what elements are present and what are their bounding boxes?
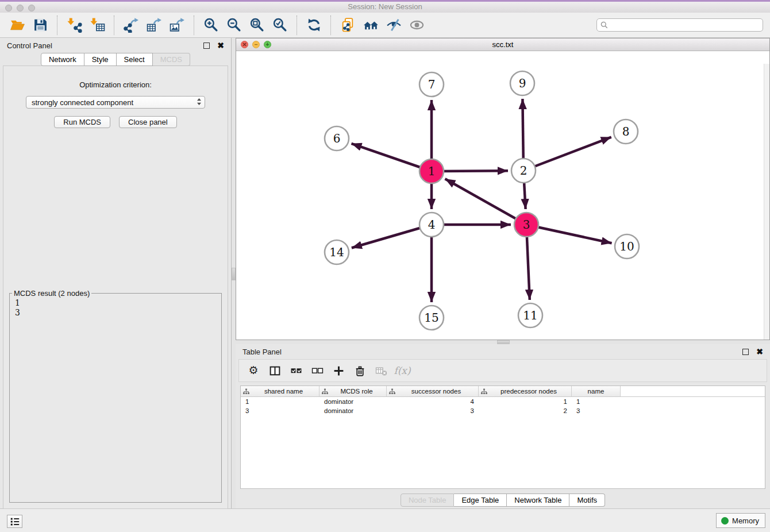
houses-icon[interactable] [361,16,380,34]
column-header-shared-name[interactable]: shared name [241,386,319,396]
task-history-button[interactable] [7,515,22,528]
zoom-out-icon[interactable] [225,16,243,34]
svg-text:8: 8 [622,125,630,138]
horizontal-splitter[interactable] [236,340,770,344]
zoom-fit-icon[interactable] [248,16,266,34]
close-table-panel-icon[interactable]: ✖ [756,348,763,356]
close-panel-button[interactable]: Close panel [119,116,177,128]
table-panel: Table Panel ✖ ⚙f(x) shared nameMCDS role… [236,344,770,509]
table-cell[interactable]: 3 [241,407,319,414]
svg-text:4: 4 [428,218,436,232]
table-cell[interactable]: dominator [319,398,387,405]
table-panel-tabs: Node TableEdge TableNetwork TableMotifs [236,494,770,507]
network-graph[interactable]: 7 9 6 8 1 2 4 3 14 10 15 11 [236,51,764,340]
column-header-successor-nodes[interactable]: successor nodes [387,386,479,396]
graph-node-9[interactable]: 9 [510,71,534,95]
column-header-name[interactable]: name [572,386,621,396]
table-tab-edge-table[interactable]: Edge Table [454,494,507,507]
graph-canvas[interactable]: 7 9 6 8 1 2 4 3 14 10 15 11 [236,51,769,340]
graph-node-4[interactable]: 4 [419,213,444,237]
table-cell[interactable]: 4 [387,398,479,405]
vertical-splitter-grip[interactable] [232,268,236,280]
table-cell[interactable]: 1 [241,398,319,405]
graph-node-2[interactable]: 2 [511,159,536,183]
export-table-icon[interactable] [145,16,163,34]
zoom-in-icon[interactable] [202,16,220,34]
float-panel-icon[interactable] [203,43,210,49]
table-row[interactable]: 1dominator411 [241,397,765,406]
columns-icon[interactable] [267,363,282,378]
export-image-icon[interactable] [168,16,186,34]
graph-node-15[interactable]: 15 [419,306,444,330]
graph-edge-2-8[interactable] [523,137,611,171]
control-tab-select[interactable]: Select [117,53,153,66]
memory-button[interactable]: Memory [716,513,765,528]
column-header-predecessor-nodes[interactable]: predecessor nodes [479,386,572,396]
network-window-title: scc.txt [236,40,769,49]
run-mcds-button[interactable]: Run MCDS [54,116,110,128]
window-controls [5,5,35,11]
close-window-button[interactable] [5,5,12,11]
refresh-icon[interactable] [305,16,323,34]
table-tab-motifs[interactable]: Motifs [569,494,605,507]
table-tab-network-table[interactable]: Network Table [507,494,569,507]
float-table-panel-icon[interactable] [742,349,749,355]
table-row[interactable]: 3dominator323 [241,406,765,415]
select-all-icon[interactable] [288,363,303,378]
memory-label: Memory [732,516,759,525]
graph-edge-3-1[interactable] [445,179,527,225]
control-tab-mcds[interactable]: MCDS [153,53,190,66]
horizontal-splitter-grip[interactable] [497,340,510,344]
optimization-select[interactable]: strongly connected component [26,96,205,109]
search-input[interactable] [610,21,759,30]
open-folder-icon[interactable] [8,16,26,34]
network-maximize-button[interactable]: + [264,41,271,48]
mcds-result-text[interactable]: 1 3 [15,298,20,318]
network-close-button[interactable]: ✕ [241,41,248,48]
network-minimize-button[interactable]: – [252,41,260,48]
add-row-icon[interactable] [331,363,346,378]
graph-node-7[interactable]: 7 [419,72,444,97]
graph-edge-3-10[interactable] [526,225,612,243]
close-panel-icon[interactable]: ✖ [217,41,224,49]
table-cell[interactable]: 3 [387,407,479,414]
status-bar: Memory [0,508,770,532]
table-cell[interactable]: 3 [572,407,621,414]
clear-selection-icon[interactable] [310,363,325,378]
graph-node-6[interactable]: 6 [325,126,349,151]
list-icon [9,516,21,527]
gear-icon[interactable]: ⚙ [246,363,261,378]
table-tab-node-table[interactable]: Node Table [401,494,455,507]
graph-node-11[interactable]: 11 [518,303,542,327]
vertical-splitter[interactable] [232,38,236,509]
delete-table-icon [374,363,388,378]
save-icon[interactable] [31,16,49,34]
zoom-selected-icon[interactable] [271,16,289,34]
graph-node-8[interactable]: 8 [614,119,638,144]
column-header-MCDS-role[interactable]: MCDS role [319,386,387,396]
clone-network-icon[interactable] [338,16,357,34]
control-tab-network[interactable]: Network [41,53,84,66]
graph-node-14[interactable]: 14 [325,240,349,264]
table-panel-header: Table Panel ✖ [236,344,770,359]
toolbar-separator [57,16,57,35]
graph-node-3[interactable]: 3 [514,213,538,237]
eye-icon[interactable] [407,16,426,34]
import-table-icon[interactable] [88,16,106,34]
table-cell[interactable]: dominator [319,407,387,414]
graph-node-1[interactable]: 1 [419,159,444,183]
graph-node-10[interactable]: 10 [615,234,639,259]
import-network-icon[interactable] [65,16,83,34]
table-cell[interactable]: 2 [479,407,572,414]
search-box[interactable] [596,18,763,32]
minimize-window-button[interactable] [17,5,24,11]
eye-slash-icon[interactable] [384,16,403,34]
maximize-window-button[interactable] [28,5,35,11]
table-cell[interactable]: 1 [479,398,572,405]
network-vertical-scrollbar[interactable] [764,64,769,340]
toolbar-separator [114,16,114,35]
export-network-icon[interactable] [122,16,140,34]
table-cell[interactable]: 1 [572,398,621,405]
delete-row-icon[interactable] [352,363,367,378]
control-tab-style[interactable]: Style [84,53,117,66]
